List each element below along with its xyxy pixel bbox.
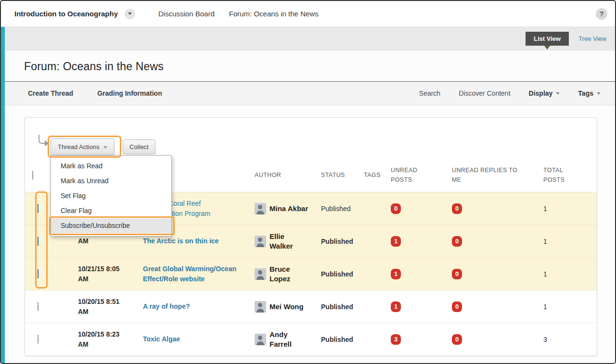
header-unread-posts: UNREAD POSTS	[386, 166, 446, 185]
left-accent-strip	[1, 27, 5, 363]
total-posts-value: 3	[538, 336, 595, 343]
thread-status: Published	[316, 270, 358, 278]
action-bar-right: Search Discover Content Display Tags	[419, 89, 601, 97]
menu-item-clear-flag[interactable]: Clear Flag	[51, 203, 171, 218]
row-checkbox[interactable]	[38, 302, 38, 311]
chevron-down-icon	[597, 92, 601, 95]
select-all-checkbox[interactable]	[32, 171, 33, 180]
unread-replies-badge: 0	[452, 203, 462, 214]
total-posts-value: 1	[538, 303, 595, 311]
row-checkbox[interactable]	[38, 335, 38, 344]
content-area: Thread Actions Collect Mark as Read Mark…	[1, 105, 615, 363]
thread-title-link[interactable]: Great Global Warming/Ocean Effect/Role w…	[143, 264, 236, 284]
author-avatar	[255, 203, 266, 214]
tab-list-view[interactable]: List View	[526, 32, 569, 46]
title-section: Forum: Oceans in the News	[1, 50, 615, 82]
thread-toolbar: Thread Actions Collect	[25, 118, 597, 159]
thread-list-panel: Thread Actions Collect Mark as Read Mark…	[25, 117, 597, 356]
total-posts-value: 1	[538, 238, 595, 245]
thread-title-link[interactable]: Toxic Algae	[143, 334, 180, 344]
chevron-down-icon	[556, 92, 560, 95]
tags-dropdown[interactable]: Tags	[578, 89, 601, 97]
menu-item-mark-as-unread[interactable]: Mark as Unread	[51, 174, 171, 188]
row-checkbox[interactable]	[38, 269, 38, 278]
unread-posts-badge: 1	[391, 301, 401, 312]
unread-posts-badge: 1	[391, 269, 401, 279]
author-avatar	[255, 301, 266, 313]
tab-tree-view[interactable]: Tree View	[569, 32, 608, 46]
display-label: Display	[529, 89, 553, 97]
unread-replies-badge: 0	[452, 269, 462, 279]
thread-status: Published	[316, 205, 358, 213]
subscribe-unsubscribe-label: Subscribe/Unsubscribe	[61, 222, 130, 229]
thread-date: 10/21/15 8:05 AM	[68, 264, 138, 284]
table-row: 10/20/15 8:51 AM A ray of hope? Mei Wong…	[25, 290, 597, 323]
invert-selection-arrow-icon[interactable]	[37, 134, 50, 149]
active-tab-notch-icon	[544, 46, 550, 50]
thread-date: 10/20/15 8:23 AM	[68, 329, 138, 349]
thread-actions-label: Thread Actions	[58, 143, 100, 151]
author-name: Andy Farrell	[270, 330, 292, 349]
discover-content-button[interactable]: Discover Content	[459, 89, 510, 97]
grading-information-button[interactable]: Grading Information	[97, 89, 162, 97]
row-checkbox[interactable]	[38, 237, 38, 246]
author-avatar	[255, 268, 266, 280]
header-total-posts: TOTAL POSTS	[538, 166, 595, 185]
collect-button[interactable]: Collect	[123, 139, 155, 154]
author-name: Mina Akbar	[270, 204, 308, 213]
action-bar: Create Thread Grading Information Search…	[1, 82, 615, 105]
view-band: List View Tree View	[1, 27, 615, 50]
total-posts-value: 1	[538, 270, 595, 278]
table-row: 10/20/15 8:23 AM Toxic Algae Andy Farrel…	[25, 323, 597, 356]
help-button[interactable]: ?	[596, 8, 607, 20]
chevron-down-icon	[103, 146, 107, 149]
thread-title-link[interactable]: A ray of hope?	[143, 301, 190, 312]
author-avatar	[255, 236, 266, 247]
thread-actions-button[interactable]: Thread Actions	[51, 138, 115, 155]
course-menu-toggle[interactable]	[125, 9, 135, 19]
thread-actions-menu: Mark as Read Mark as Unread Set Flag Cle…	[51, 155, 172, 237]
breadcrumb: Discussion Board Forum: Oceans in the Ne…	[158, 10, 319, 18]
header-unread-replies: UNREAD REPLIES TO ME	[446, 166, 538, 185]
page-title: Forum: Oceans in the News	[24, 60, 615, 73]
search-button[interactable]: Search	[419, 89, 440, 97]
thread-status: Published	[316, 303, 358, 311]
header-status: STATUS	[316, 171, 358, 180]
menu-item-mark-as-read[interactable]: Mark as Read	[51, 159, 171, 174]
chevron-down-icon	[128, 13, 132, 15]
author-avatar	[255, 334, 266, 345]
nav-discussion-board[interactable]: Discussion Board	[158, 10, 215, 18]
thread-date: AM	[68, 236, 138, 246]
unread-posts-badge: 3	[391, 334, 401, 345]
table-row: 10/21/15 8:05 AM Great Global Warming/Oc…	[25, 258, 597, 290]
unread-posts-badge: 1	[391, 236, 401, 247]
top-bar: Introduction to Oceanography Discussion …	[1, 1, 615, 27]
author-name: Mei Wong	[270, 302, 304, 312]
row-checkbox[interactable]	[38, 204, 38, 213]
tags-label: Tags	[578, 89, 593, 97]
screen: Introduction to Oceanography Discussion …	[0, 0, 616, 364]
unread-replies-badge: 0	[452, 301, 462, 312]
list-view-label: List View	[534, 35, 561, 42]
thread-date: 10/20/15 8:51 AM	[68, 297, 138, 316]
author-name: Ellie Walker	[270, 232, 293, 251]
header-tags: TAGS	[358, 171, 386, 180]
thread-status: Published	[316, 336, 358, 343]
total-posts-value: 1	[538, 205, 595, 213]
author-name: Bruce Lopez	[270, 264, 290, 283]
create-thread-button[interactable]: Create Thread	[28, 89, 73, 97]
menu-item-subscribe-unsubscribe[interactable]: Subscribe/Unsubscribe	[51, 218, 171, 233]
menu-item-set-flag[interactable]: Set Flag	[51, 188, 171, 203]
thread-title-link[interactable]: The Arctic is on thin ice	[143, 236, 218, 246]
nav-forum: Forum: Oceans in the News	[229, 10, 319, 18]
unread-replies-badge: 0	[452, 334, 462, 345]
action-bar-left: Create Thread Grading Information	[28, 89, 162, 97]
unread-posts-badge: 0	[391, 203, 401, 214]
thread-status: Published	[316, 238, 358, 245]
unread-replies-badge: 0	[452, 236, 462, 247]
view-tabs: List View Tree View	[526, 32, 608, 46]
course-title: Introduction to Oceanography	[14, 10, 118, 18]
display-dropdown[interactable]: Display	[529, 89, 560, 97]
header-author: AUTHOR	[251, 171, 316, 180]
